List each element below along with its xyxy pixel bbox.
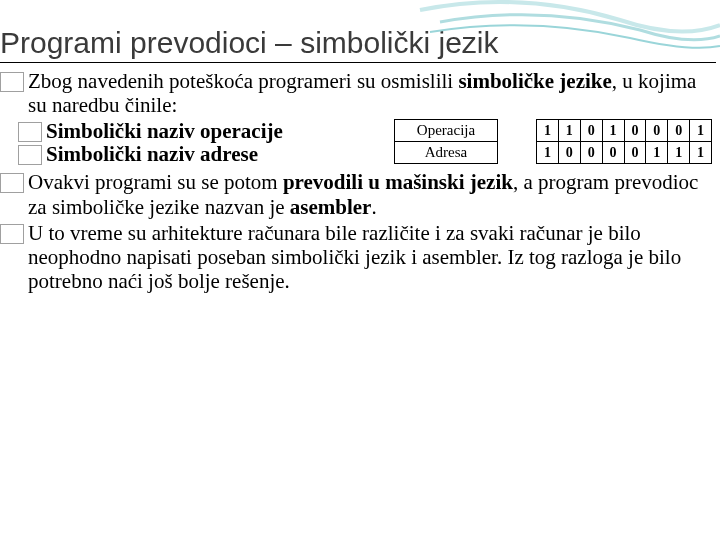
bit-cell: 0 (625, 119, 647, 142)
bits-row-1: 1 1 0 1 0 0 0 1 (536, 119, 712, 142)
sub-bullet-2-text: Simbolički naziv adrese (46, 142, 394, 166)
bullet-2-text: Ovakvi programi su se potom prevodili u … (28, 170, 714, 218)
bullet-3: U to vreme su arhitekture računara bile … (0, 221, 714, 293)
bit-cell: 0 (559, 142, 581, 164)
label-column: Operacija Adresa (394, 119, 498, 164)
bit-cell: 1 (646, 142, 668, 164)
bit-cell: 0 (603, 142, 625, 164)
bullet-2: Ovakvi programi su se potom prevodili u … (0, 170, 714, 218)
bullet-1: Zbog navedenih poteškoća programeri su o… (0, 69, 714, 117)
bullet-1-text: Zbog navedenih poteškoća programeri su o… (28, 69, 714, 117)
bullet-3-text: U to vreme su arhitekture računara bile … (28, 221, 714, 293)
bit-cell: 0 (625, 142, 647, 164)
bullet-marker-icon (0, 224, 24, 244)
bit-cell: 1 (536, 142, 559, 164)
bit-cell: 1 (690, 119, 712, 142)
bit-cell: 0 (646, 119, 668, 142)
bit-cell: 1 (559, 119, 581, 142)
bits-grid: 1 1 0 1 0 0 0 1 1 0 0 0 0 1 1 1 (536, 119, 712, 164)
bit-cell: 1 (603, 119, 625, 142)
bit-cell: 1 (668, 142, 690, 164)
bit-cell: 0 (581, 119, 603, 142)
slide-title: Programi prevodioci – simbolički jezik (0, 0, 716, 63)
bullet-marker-icon (18, 122, 42, 142)
bullet-marker-icon (18, 145, 42, 165)
bits-row-2: 1 0 0 0 0 1 1 1 (536, 142, 712, 164)
bit-cell: 1 (690, 142, 712, 164)
bit-cell: 0 (668, 119, 690, 142)
bullet-marker-icon (0, 72, 24, 92)
bit-cell: 0 (581, 142, 603, 164)
label-operacija: Operacija (394, 119, 498, 142)
label-adresa: Adresa (394, 142, 498, 164)
slide-body: Zbog navedenih poteškoća programeri su o… (0, 69, 720, 293)
bullet-marker-icon (0, 173, 24, 193)
bit-cell: 1 (536, 119, 559, 142)
